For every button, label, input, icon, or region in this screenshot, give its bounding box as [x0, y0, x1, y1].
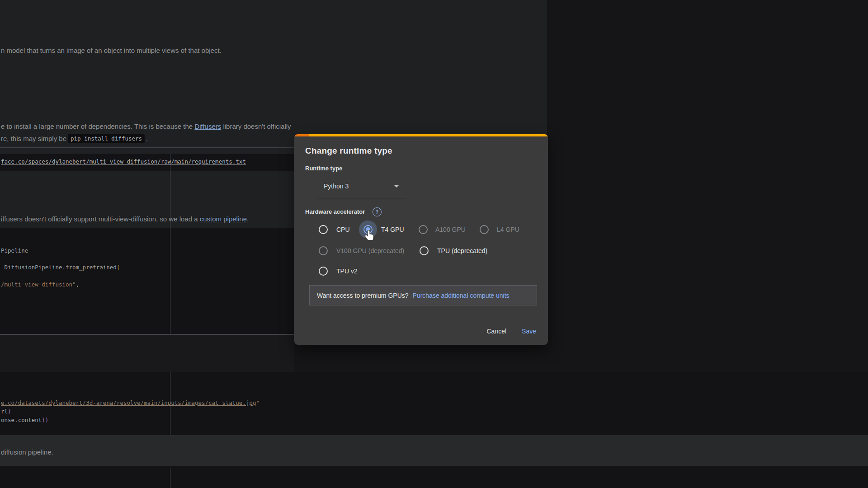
colab-page: n model that turns an image of an object… — [0, 0, 868, 488]
markdown-paragraph-line2: re, this may simply be pip install diffu… — [1, 133, 148, 143]
paragraph-text: library doesn't officially — [221, 122, 291, 130]
hardware-accelerator-label: Hardware accelerator — [305, 208, 365, 215]
markdown-intro-text: n model that turns an image of an object… — [1, 47, 222, 54]
radio-cpu[interactable] — [319, 225, 328, 234]
radio-a100-gpu — [419, 225, 428, 234]
radio-label-a100-gpu: A100 GPU — [435, 226, 466, 233]
code-paren: ( — [117, 264, 120, 271]
select-underline — [316, 199, 406, 199]
custom-pipeline-link[interactable]: custom pipeline — [200, 215, 247, 223]
radio-label-tpu-deprecated[interactable]: TPU (deprecated) — [437, 247, 487, 254]
code-cell-bottom — [0, 466, 868, 488]
code-line: rl) — [1, 408, 11, 415]
chevron-down-icon — [394, 185, 399, 188]
radio-label-t4-gpu[interactable]: T4 GPU — [381, 226, 404, 233]
requirements-url-link[interactable]: face.co/spaces/dylanebert/multi-view-dif… — [1, 158, 246, 165]
code-url-string[interactable]: e.co/datasets/dylanebert/3d-arena/resolv… — [1, 399, 256, 406]
runtime-type-label: Runtime type — [305, 165, 342, 172]
code-line: /multi-view-diffusion", — [1, 281, 79, 288]
code-quote: " — [256, 399, 259, 406]
premium-banner-text: Want access to premium GPUs? — [317, 292, 409, 299]
code-line: onse.content)) — [1, 417, 48, 423]
code-text: rl — [1, 408, 8, 415]
dialog-title: Change runtime type — [305, 146, 392, 156]
radio-v100-gpu — [319, 246, 328, 255]
code-string: /multi-view-diffusion" — [1, 281, 76, 288]
purchase-compute-units-link[interactable]: Purchase additional compute units — [413, 292, 509, 299]
code-parens: )) — [42, 417, 48, 423]
code-text: , — [76, 281, 80, 288]
save-button[interactable]: Save — [517, 324, 541, 338]
cell-gap — [0, 334, 294, 372]
code-paren: ) — [8, 408, 11, 415]
dialog-button-row: Cancel Save — [482, 324, 541, 338]
paragraph-text: re, this may simply be — [1, 135, 66, 142]
code-text: onse.content — [1, 417, 42, 423]
cell-bottom-border — [0, 334, 294, 335]
diffusers-link[interactable]: Diffusers — [194, 122, 221, 130]
markdown-band-low — [0, 435, 868, 466]
radio-label-cpu[interactable]: CPU — [336, 226, 350, 233]
code-line: e.co/datasets/dylanebert/3d-arena/resolv… — [1, 399, 259, 406]
requirements-output-line: face.co/spaces/dylanebert/multi-view-dif… — [1, 158, 246, 165]
cell-separator-line — [0, 147, 294, 148]
help-icon[interactable]: ? — [373, 207, 382, 216]
output-frame-border — [170, 468, 170, 488]
radio-label-tpu-v2[interactable]: TPU v2 — [336, 267, 358, 275]
code-text: DiffusionPipeline.from_pretrained — [1, 264, 117, 271]
radio-label-l4-gpu: L4 GPU — [497, 226, 519, 233]
paragraph-text: . — [146, 135, 148, 142]
code-line: Pipeline — [1, 247, 28, 254]
inline-code-chip: pip install diffusers — [68, 134, 145, 143]
radio-tpu-deprecated[interactable] — [420, 246, 429, 255]
runtime-type-select[interactable]: Python 3 — [316, 179, 406, 195]
markdown-paragraph-line3: iffusers doesn't officially support mult… — [1, 215, 249, 223]
paragraph-text: e to install a large number of dependenc… — [1, 122, 194, 130]
markdown-outro-text: diffusion pipeline. — [1, 448, 53, 456]
cancel-button[interactable]: Cancel — [482, 324, 511, 338]
paragraph-text: iffusers doesn't officially support mult… — [1, 215, 200, 223]
radio-tpu-v2[interactable] — [319, 267, 328, 276]
change-runtime-type-dialog: Change runtime type Runtime type Python … — [294, 134, 548, 345]
code-line: DiffusionPipeline.from_pretrained( — [1, 264, 120, 271]
hand-cursor-icon — [364, 230, 375, 241]
markdown-paragraph-line1: e to install a large number of dependenc… — [1, 122, 291, 130]
markdown-band-top — [0, 0, 547, 154]
radio-l4-gpu — [480, 225, 489, 234]
dialog-accent-progress-bar — [294, 134, 548, 136]
premium-gpu-banner: Want access to premium GPUs? Purchase ad… — [309, 285, 537, 305]
runtime-type-selected-value: Python 3 — [324, 183, 349, 190]
radio-label-v100-gpu: V100 GPU (deprecated) — [336, 247, 404, 254]
output-frame-border — [170, 154, 170, 334]
paragraph-text: . — [247, 215, 249, 223]
